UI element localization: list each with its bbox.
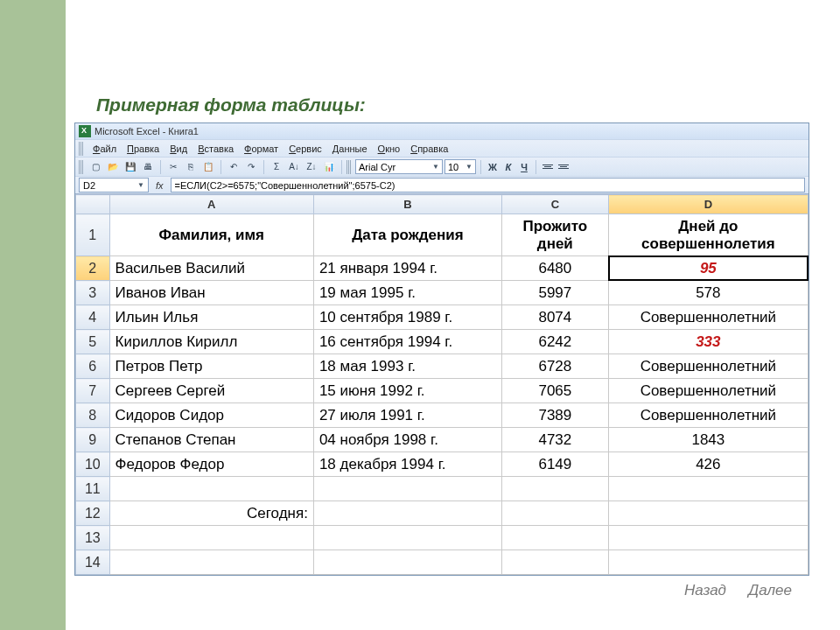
menu-вставка[interactable]: Вставка: [192, 143, 239, 155]
empty-cell[interactable]: [109, 477, 313, 501]
row-header[interactable]: 7: [76, 379, 110, 403]
row-header[interactable]: 14: [76, 550, 110, 575]
empty-cell[interactable]: [608, 526, 808, 550]
column-header-A[interactable]: A: [109, 195, 313, 214]
cell-days-until-adult[interactable]: Совершеннолетний: [608, 403, 808, 428]
cell-name[interactable]: Сергеев Сергей: [109, 379, 313, 403]
menu-вид[interactable]: Вид: [164, 143, 192, 155]
row-header[interactable]: 13: [76, 526, 110, 550]
header-cell[interactable]: Дней до совершеннолетия: [608, 214, 808, 256]
cell-today-label[interactable]: Сегодня:: [109, 501, 313, 526]
empty-cell[interactable]: [501, 550, 608, 575]
cell-days-lived[interactable]: 6149: [501, 452, 608, 477]
empty-cell[interactable]: [109, 526, 313, 550]
cell-name[interactable]: Степанов Степан: [109, 428, 313, 452]
menu-данные[interactable]: Данные: [327, 143, 373, 155]
cell-name[interactable]: Федоров Федор: [109, 452, 313, 477]
cell-days-until-adult[interactable]: 333: [608, 330, 808, 354]
cell-birthdate[interactable]: 18 декабря 1994 г.: [313, 452, 501, 477]
column-header-B[interactable]: B: [313, 195, 501, 214]
column-header-C[interactable]: C: [501, 195, 608, 214]
menu-справка[interactable]: Справка: [405, 143, 453, 155]
cell-days-lived[interactable]: 6242: [501, 330, 608, 354]
print-icon[interactable]: 🖶: [140, 159, 156, 175]
cell-days-until-adult[interactable]: Совершеннолетний: [608, 305, 808, 330]
row-header[interactable]: 12: [76, 501, 110, 526]
empty-cell[interactable]: [109, 550, 313, 575]
cut-icon[interactable]: ✂: [165, 159, 181, 175]
cell-days-lived[interactable]: 7065: [501, 379, 608, 403]
menu-файл[interactable]: Файл: [88, 143, 122, 155]
align-center-icon[interactable]: [556, 161, 570, 173]
row-header[interactable]: 11: [76, 477, 110, 501]
column-header-D[interactable]: D: [608, 195, 808, 214]
empty-cell[interactable]: [608, 550, 808, 575]
cell-birthdate[interactable]: 18 мая 1993 г.: [313, 354, 501, 379]
empty-cell[interactable]: [608, 477, 808, 501]
cell-days-lived[interactable]: 7389: [501, 403, 608, 428]
cell-birthdate[interactable]: 04 ноября 1998 г.: [313, 428, 501, 452]
open-icon[interactable]: 📂: [105, 159, 121, 175]
fx-icon[interactable]: fx: [152, 180, 167, 191]
menu-сервис[interactable]: Сервис: [284, 143, 327, 155]
cell-birthdate[interactable]: 10 сентября 1989 г.: [313, 305, 501, 330]
empty-cell[interactable]: [313, 526, 501, 550]
font-size-selector[interactable]: 10 ▼: [444, 159, 476, 174]
underline-button[interactable]: Ч: [517, 159, 531, 175]
cell-days-until-adult[interactable]: 1843: [608, 428, 808, 452]
cell-birthdate[interactable]: 27 июля 1991 г.: [313, 403, 501, 428]
empty-cell[interactable]: [501, 526, 608, 550]
nav-back-link[interactable]: Назад: [684, 582, 726, 599]
copy-icon[interactable]: ⎘: [183, 159, 199, 175]
align-left-icon[interactable]: [541, 161, 555, 173]
cell-days-until-adult[interactable]: Совершеннолетний: [608, 354, 808, 379]
font-name-selector[interactable]: Arial Cyr ▼: [355, 159, 443, 174]
cell-days-lived[interactable]: 5997: [501, 281, 608, 305]
cell-name[interactable]: Кириллов Кирилл: [109, 330, 313, 354]
toolbar-handle-icon[interactable]: [346, 160, 352, 174]
empty-cell[interactable]: [501, 501, 608, 526]
row-header[interactable]: 4: [76, 305, 110, 330]
select-all-corner[interactable]: [76, 195, 110, 214]
cell-birthdate[interactable]: 16 сентября 1994 г.: [313, 330, 501, 354]
row-header[interactable]: 1: [76, 214, 110, 256]
cell-days-until-adult[interactable]: Совершеннолетний: [608, 379, 808, 403]
cell-name[interactable]: Васильев Василий: [109, 256, 313, 281]
cell-birthdate[interactable]: 21 января 1994 г.: [313, 256, 501, 281]
name-box[interactable]: D2 ▼: [79, 178, 149, 192]
sort-asc-icon[interactable]: A↓: [286, 159, 302, 175]
formula-input[interactable]: =ЕСЛИ(C2>=6575;"Совершеннолетний";6575-C…: [171, 178, 805, 192]
bold-button[interactable]: Ж: [486, 159, 500, 175]
empty-cell[interactable]: [608, 501, 808, 526]
header-cell[interactable]: Дата рождения: [313, 214, 501, 256]
paste-icon[interactable]: 📋: [200, 159, 216, 175]
row-header[interactable]: 9: [76, 428, 110, 452]
row-header[interactable]: 8: [76, 403, 110, 428]
cell-days-lived[interactable]: 4732: [501, 428, 608, 452]
cell-days-until-adult[interactable]: 578: [608, 281, 808, 305]
undo-icon[interactable]: ↶: [226, 159, 242, 175]
save-icon[interactable]: 💾: [122, 159, 138, 175]
empty-cell[interactable]: [313, 477, 501, 501]
redo-icon[interactable]: ↷: [243, 159, 259, 175]
cell-days-until-adult[interactable]: 95: [608, 256, 808, 281]
cell-name[interactable]: Петров Петр: [109, 354, 313, 379]
empty-cell[interactable]: [501, 477, 608, 501]
toolbar-handle-icon[interactable]: [79, 142, 84, 156]
cell-days-lived[interactable]: 6728: [501, 354, 608, 379]
menu-окно[interactable]: Окно: [373, 143, 406, 155]
cell-name[interactable]: Сидоров Сидор: [109, 403, 313, 428]
italic-button[interactable]: К: [501, 159, 515, 175]
toolbar-handle-icon[interactable]: [79, 160, 84, 174]
menu-правка[interactable]: Правка: [122, 143, 164, 155]
cell-days-lived[interactable]: 8074: [501, 305, 608, 330]
row-header[interactable]: 3: [76, 281, 110, 305]
nav-next-link[interactable]: Далее: [748, 582, 792, 599]
header-cell[interactable]: Прожито дней: [501, 214, 608, 256]
row-header[interactable]: 10: [76, 452, 110, 477]
row-header[interactable]: 5: [76, 330, 110, 354]
cell-name[interactable]: Ильин Илья: [109, 305, 313, 330]
row-header[interactable]: 2: [76, 256, 110, 281]
chart-icon[interactable]: 📊: [321, 159, 337, 175]
cell-days-until-adult[interactable]: 426: [608, 452, 808, 477]
